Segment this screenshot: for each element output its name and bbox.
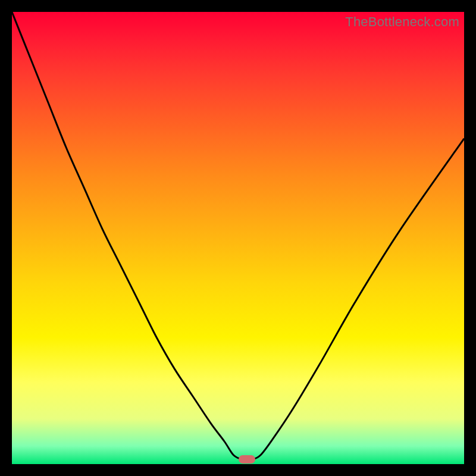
curve-path (12, 12, 464, 460)
chart-frame: TheBottleneck.com (0, 0, 476, 476)
optimum-marker (239, 455, 255, 464)
bottleneck-curve (12, 12, 464, 464)
plot-area: TheBottleneck.com (12, 12, 464, 464)
